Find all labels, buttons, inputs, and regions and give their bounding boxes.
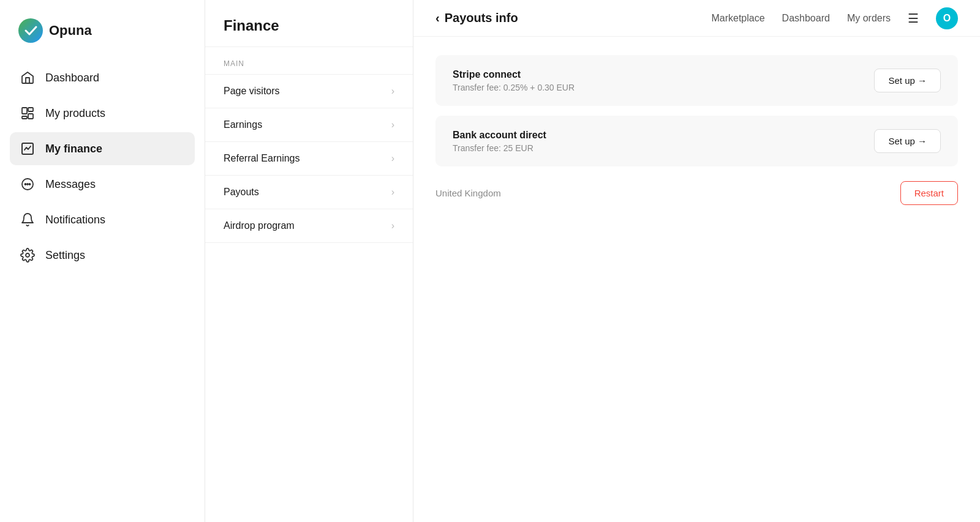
- menu-item-airdrop-program[interactable]: Airdrop program ›: [205, 209, 413, 243]
- sidebar-item-my-finance[interactable]: My finance: [10, 132, 195, 165]
- back-arrow-icon: ‹: [435, 11, 440, 25]
- products-icon: [20, 105, 36, 121]
- svg-rect-4: [22, 116, 27, 119]
- sidebar-item-messages[interactable]: Messages: [10, 168, 195, 201]
- menu-item-payouts[interactable]: Payouts ›: [205, 175, 413, 209]
- setup-stripe-button[interactable]: Set up →: [874, 69, 941, 92]
- back-button[interactable]: ‹ Payouts info: [435, 11, 518, 25]
- payout-card-stripe-info: Stripe connect Transfer fee: 0.25% + 0.3…: [453, 69, 575, 92]
- middle-section-label: MAIN: [205, 47, 413, 74]
- menu-item-page-visitors[interactable]: Page visitors ›: [205, 74, 413, 108]
- chevron-right-icon: ›: [391, 119, 394, 130]
- payout-card-bank: Bank account direct Transfer fee: 25 EUR…: [435, 116, 958, 166]
- menu-item-earnings[interactable]: Earnings ›: [205, 108, 413, 141]
- hamburger-menu-icon[interactable]: ☰: [908, 11, 919, 26]
- home-icon: [20, 70, 36, 86]
- sidebar-item-my-products[interactable]: My products: [10, 97, 195, 130]
- payout-card-bank-title: Bank account direct: [453, 130, 546, 141]
- menu-label-airdrop-program: Airdrop program: [224, 220, 295, 231]
- sidebar-nav: Dashboard My products My fin: [0, 61, 205, 272]
- svg-point-0: [18, 18, 43, 43]
- svg-point-9: [29, 184, 31, 185]
- sidebar-item-settings[interactable]: Settings: [10, 239, 195, 272]
- svg-point-7: [25, 184, 26, 185]
- sidebar-item-label-dashboard: Dashboard: [45, 72, 99, 84]
- restart-button[interactable]: Restart: [900, 181, 958, 205]
- sidebar: Opuna Dashboard My product: [0, 0, 205, 522]
- country-row: United Kingdom Restart: [435, 176, 958, 210]
- payout-card-stripe-title: Stripe connect: [453, 69, 575, 80]
- sidebar-item-notifications[interactable]: Notifications: [10, 203, 195, 236]
- sidebar-item-label-my-products: My products: [45, 107, 105, 120]
- middle-panel: Finance MAIN Page visitors › Earnings › …: [205, 0, 413, 522]
- sidebar-item-label-notifications: Notifications: [45, 214, 105, 226]
- main-body: Stripe connect Transfer fee: 0.25% + 0.3…: [413, 37, 980, 228]
- sidebar-item-label-messages: Messages: [45, 178, 96, 191]
- menu-item-referral-earnings[interactable]: Referral Earnings ›: [205, 141, 413, 175]
- avatar[interactable]: O: [936, 7, 958, 29]
- topbar: ‹ Payouts info Marketplace Dashboard My …: [413, 0, 980, 37]
- topbar-link-dashboard[interactable]: Dashboard: [782, 13, 830, 24]
- menu-label-page-visitors: Page visitors: [224, 86, 280, 97]
- sidebar-item-dashboard[interactable]: Dashboard: [10, 61, 195, 94]
- setup-bank-button[interactable]: Set up →: [874, 129, 941, 153]
- svg-point-10: [26, 253, 29, 257]
- menu-label-payouts: Payouts: [224, 187, 259, 198]
- menu-label-earnings: Earnings: [224, 119, 262, 130]
- chevron-right-icon: ›: [391, 153, 394, 164]
- finance-icon: [20, 141, 36, 157]
- chevron-right-icon: ›: [391, 187, 394, 198]
- main-content: ‹ Payouts info Marketplace Dashboard My …: [413, 0, 980, 522]
- payout-card-stripe: Stripe connect Transfer fee: 0.25% + 0.3…: [435, 55, 958, 106]
- country-label: United Kingdom: [435, 188, 501, 198]
- chevron-right-icon: ›: [391, 86, 394, 97]
- sidebar-item-label-my-finance: My finance: [45, 143, 102, 155]
- sidebar-item-label-settings: Settings: [45, 249, 85, 262]
- page-title: Payouts info: [445, 11, 518, 25]
- middle-panel-title: Finance: [205, 0, 413, 47]
- logo-icon: [18, 18, 43, 43]
- topbar-right: Marketplace Dashboard My orders ☰ O: [711, 7, 958, 29]
- svg-rect-1: [22, 108, 27, 114]
- topbar-link-my-orders[interactable]: My orders: [847, 13, 891, 24]
- payout-card-bank-subtitle: Transfer fee: 25 EUR: [453, 143, 546, 153]
- svg-point-8: [27, 184, 28, 185]
- payout-card-stripe-subtitle: Transfer fee: 0.25% + 0.30 EUR: [453, 83, 575, 92]
- logo[interactable]: Opuna: [0, 12, 205, 61]
- svg-rect-3: [28, 114, 33, 119]
- settings-icon: [20, 247, 36, 263]
- notifications-icon: [20, 212, 36, 228]
- topbar-link-marketplace[interactable]: Marketplace: [711, 13, 764, 24]
- messages-icon: [20, 176, 36, 192]
- menu-label-referral-earnings: Referral Earnings: [224, 153, 300, 164]
- svg-rect-2: [28, 108, 33, 111]
- chevron-right-icon: ›: [391, 220, 394, 231]
- app-name: Opuna: [49, 23, 92, 39]
- payout-card-bank-info: Bank account direct Transfer fee: 25 EUR: [453, 130, 546, 153]
